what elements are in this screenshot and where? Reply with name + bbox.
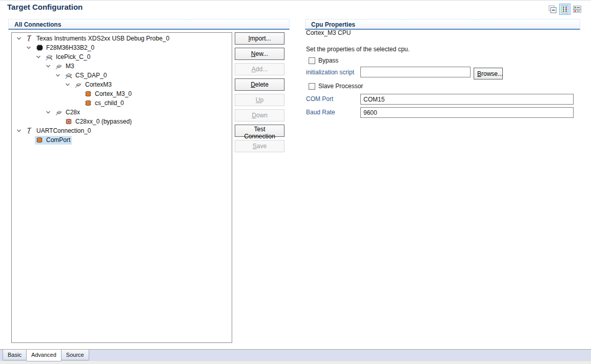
tab-advanced[interactable]: Advanced [26, 350, 62, 361]
tab-source[interactable]: Source [61, 350, 89, 360]
subpath-icon [74, 80, 83, 89]
tree-item-comport[interactable]: ComPort [12, 135, 232, 145]
tree-item-c28xx-bypassed[interactable]: C28xx_0 (bypassed) [12, 117, 232, 126]
editor-toolbar [547, 4, 583, 15]
subpath-icon [55, 62, 63, 70]
tree-item-cs-dap[interactable]: CS_DAP_0 [12, 71, 232, 80]
cpu-icon [35, 136, 44, 144]
horizontal-scrollbar[interactable] [0, 360, 591, 364]
connection-icon [26, 34, 34, 43]
chevron-down-icon[interactable] [15, 128, 25, 133]
device-chip-icon [35, 44, 44, 52]
tree-item-xds2xx-probe[interactable]: Texas Instruments XDS2xx USB Debug Probe… [12, 34, 232, 43]
collapse-sections-icon[interactable] [547, 4, 558, 15]
baud-rate-label: Baud Rate [306, 109, 335, 116]
cpu-icon [84, 99, 92, 107]
all-connections-header: All Connections [8, 19, 290, 30]
delete-button[interactable]: Delete [235, 78, 284, 91]
connection-icon [26, 127, 34, 135]
router-icon [45, 53, 53, 61]
tree-item-cortex-m3-0[interactable]: Cortex_M3_0 [12, 89, 232, 98]
tab-basic[interactable]: Basic [3, 350, 27, 360]
tree-item-cs-child-0[interactable]: cs_child_0 [12, 98, 232, 108]
form-view-icon[interactable] [572, 4, 583, 15]
initialization-script-input[interactable] [360, 67, 471, 77]
browse-button[interactable]: Browse... [474, 68, 503, 79]
selected-tree-item: ComPort [35, 136, 72, 145]
tree-actions: Import... New... Add... Delete Up Down T… [235, 32, 284, 155]
chevron-down-icon[interactable] [64, 82, 74, 87]
bypass-checkbox[interactable] [309, 57, 315, 64]
tree-item-icepick[interactable]: IcePick_C_0 [12, 52, 232, 62]
initialization-script-label: initialization script [306, 69, 354, 76]
selected-cpu-title: Cortex_M3 CPU [306, 29, 351, 36]
down-button: Down [235, 109, 284, 122]
chevron-down-icon[interactable] [15, 36, 25, 41]
subpath-icon [55, 108, 63, 116]
connections-tree: Texas Instruments XDS2xx USB Debug Probe… [11, 32, 232, 343]
page-title: Target Configuration [7, 3, 83, 11]
com-port-label: COM Port [306, 95, 333, 103]
tree-item-uartconnection[interactable]: UARTConnection_0 [12, 126, 232, 135]
chevron-down-icon[interactable] [44, 110, 54, 115]
tree-item-cortexm3[interactable]: CortexM3 [12, 80, 232, 89]
com-port-input[interactable] [360, 94, 574, 105]
save-button: Save [235, 140, 284, 152]
cpu-icon [84, 90, 92, 98]
add-button: Add... [235, 63, 284, 75]
tree-item-c28x[interactable]: C28x [12, 108, 232, 117]
new-button[interactable]: New... [235, 48, 284, 60]
tree-item-f28m36-device[interactable]: F28M36H33B2_0 [12, 43, 232, 52]
cpu-bypassed-icon [65, 117, 73, 126]
editor-tab-bar: Basic Advanced Source [0, 349, 591, 360]
cpu-properties-description: Set the properties of the selected cpu. [306, 46, 410, 53]
up-button: Up [235, 94, 284, 106]
router-icon [65, 71, 73, 79]
slave-processor-label: Slave Processor [318, 83, 363, 90]
target-configuration-editor: Target Configuration All Connections Cpu… [0, 0, 591, 364]
chevron-down-icon[interactable] [54, 73, 64, 78]
baud-rate-input[interactable] [360, 107, 574, 118]
grid-view-icon[interactable] [559, 4, 570, 15]
bypass-label: Bypass [318, 57, 338, 64]
import-button[interactable]: Import... [235, 32, 284, 45]
tree-item-m3[interactable]: M3 [12, 62, 232, 71]
chevron-down-icon[interactable] [44, 64, 54, 69]
test-connection-button[interactable]: Test Connection [235, 125, 284, 137]
chevron-down-icon[interactable] [34, 54, 45, 59]
cpu-properties-header: Cpu Properties [305, 19, 580, 30]
slave-processor-checkbox[interactable] [309, 83, 315, 90]
chevron-down-icon[interactable] [25, 45, 35, 50]
